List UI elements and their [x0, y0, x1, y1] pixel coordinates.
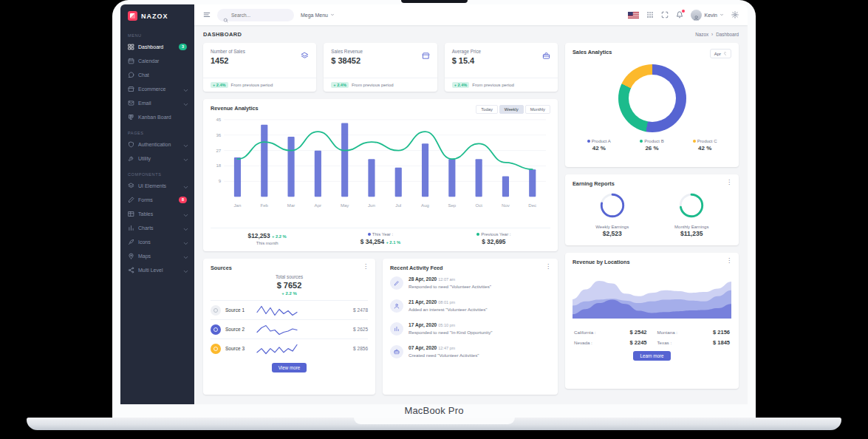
- previous-year-label: Previous Year :: [481, 232, 510, 236]
- chevron-down-icon: [182, 87, 187, 92]
- source-row-2[interactable]: Source 2 $ 2625: [211, 319, 368, 338]
- view-more-button[interactable]: View more: [272, 363, 307, 372]
- activity-item: 28 Apr, 202012:07 am Responded to need "…: [390, 276, 550, 299]
- more-menu-icon[interactable]: ⋮: [363, 264, 369, 270]
- stat-title: Average Price: [452, 49, 550, 54]
- sidebar-item-forms[interactable]: Forms 8: [120, 193, 194, 207]
- sidebar-item-ecommerce[interactable]: Ecommerce: [120, 82, 194, 96]
- earnings-value: $2,523: [573, 230, 652, 237]
- share-icon: [128, 267, 134, 273]
- sidebar-item-label: Dashboard: [138, 44, 163, 50]
- revenue-analytics-chart: 918273645JanFebMarAprMayJunJulAugSepOctN…: [211, 115, 550, 208]
- location-label: California :: [574, 330, 596, 335]
- card-title: Recent Activity Feed: [390, 265, 550, 271]
- period-select[interactable]: Apr: [710, 49, 731, 58]
- sidebar-item-chat[interactable]: Chat: [120, 68, 194, 82]
- topbar: Mega Menu Kevin: [194, 4, 748, 25]
- weekly-earnings: Weekly Earnings $2,523: [573, 191, 652, 237]
- sidebar-item-label: Chat: [138, 72, 149, 78]
- legend-product-c: Product C 42 %: [678, 139, 731, 152]
- sidebar-item-dashboard[interactable]: Dashboard 3: [120, 40, 194, 54]
- card-title: Revenue Analytics: [211, 105, 259, 112]
- hamburger-menu-icon[interactable]: [203, 11, 211, 18]
- camera-notch: [401, 0, 468, 3]
- search-input[interactable]: [231, 13, 288, 18]
- monthly-earnings-radial-chart: [677, 191, 705, 220]
- learn-more-button[interactable]: Learn more: [633, 351, 670, 361]
- sidebar-item-ui-elements[interactable]: UI Elements: [120, 179, 194, 193]
- logo[interactable]: NAZOX: [120, 4, 194, 27]
- sidebar-section-menu: MENU: [120, 27, 194, 40]
- stat-title: Sales Revenue: [331, 49, 429, 54]
- source-name: Source 1: [225, 307, 252, 313]
- sidebar-item-calendar[interactable]: Calendar: [120, 54, 194, 68]
- more-menu-icon[interactable]: ⋮: [726, 258, 732, 264]
- month-value: $12,253: [248, 232, 270, 239]
- sidebar-item-utility[interactable]: Utility: [120, 152, 194, 166]
- source-value: $ 2625: [353, 327, 368, 332]
- sidebar-item-label: Email: [138, 101, 151, 106]
- activity-item: 07 Apr, 202012:47 pm Created need "Volun…: [390, 345, 550, 367]
- source-row-1[interactable]: Source 1 $ 2478: [211, 300, 368, 319]
- svg-text:May: May: [341, 203, 349, 208]
- sales-analytics-donut-chart: [618, 64, 686, 132]
- sidebar-item-authentication[interactable]: Authentication: [120, 137, 194, 152]
- fullscreen-icon[interactable]: [661, 11, 669, 18]
- mega-menu-button[interactable]: Mega Menu: [301, 13, 335, 18]
- stack-icon: [301, 50, 309, 58]
- source-1-sparkline: [256, 304, 298, 316]
- activity-time: 12:47 pm: [438, 346, 455, 350]
- range-today-button[interactable]: Today: [476, 105, 497, 114]
- source-2-sparkline: [256, 324, 298, 336]
- period-select-value: Apr: [714, 52, 721, 56]
- more-menu-icon[interactable]: ⋮: [726, 180, 732, 186]
- user-icon: [693, 13, 700, 19]
- laptop-screen: NAZOX MENU Dashboard 3 Calendar Chat: [112, 0, 756, 418]
- svg-text:Apr: Apr: [315, 203, 321, 208]
- breadcrumb-root[interactable]: Nazox: [695, 32, 708, 37]
- sidebar: NAZOX MENU Dashboard 3 Calendar Chat: [120, 4, 194, 404]
- chevron-down-icon: [330, 13, 335, 17]
- activity-text: Created need "Volunteer Activities": [409, 353, 479, 358]
- revenue-by-locations-card: Revenue by Locations ⋮ California :$ 254…: [565, 253, 739, 389]
- sidebar-item-maps[interactable]: Maps: [120, 249, 194, 263]
- sidebar-item-label: Kanban Board: [138, 115, 171, 120]
- user-name: Kevin: [704, 13, 717, 18]
- stat-card-sales-revenue: Sales Revenue $ 38452 + 2.4% From previo…: [324, 43, 437, 92]
- activity-text: Added an interest "Volunteer Activities": [409, 307, 488, 312]
- notifications-button[interactable]: [676, 11, 683, 18]
- kanban-icon: [128, 114, 134, 120]
- month-caption: This month: [211, 241, 324, 245]
- gear-icon[interactable]: [731, 11, 739, 18]
- apps-grid-icon[interactable]: [646, 11, 654, 18]
- sidebar-item-label: Forms: [138, 197, 153, 203]
- source-value: $ 2478: [353, 307, 368, 313]
- source-row-3[interactable]: Source 3 $ 2856: [211, 338, 368, 358]
- sidebar-item-kanban-board[interactable]: Kanban Board: [120, 110, 194, 124]
- chevron-down-icon: [182, 101, 187, 106]
- location-stats: California :$ 2542 Montana :$ 2156 Nevad…: [573, 329, 731, 346]
- stat-card-number-of-sales: Number of Sales 1452 + 2.4% From previou…: [203, 43, 316, 92]
- sidebar-item-label: UI Elements: [138, 183, 166, 188]
- macbook-mockup: NAZOX MENU Dashboard 3 Calendar Chat: [0, 0, 868, 439]
- avatar: [691, 10, 702, 21]
- device-label: MacBook Pro: [112, 405, 756, 416]
- range-weekly-button[interactable]: Weekly: [499, 105, 524, 114]
- dashboard-badge: 3: [179, 44, 187, 50]
- activity-time: 12:07 am: [438, 277, 455, 282]
- location-label: Montana :: [657, 330, 678, 335]
- svg-text:Sep: Sep: [448, 203, 457, 208]
- sidebar-item-charts[interactable]: Charts: [120, 221, 194, 235]
- sidebar-item-tables[interactable]: Tables: [120, 207, 194, 221]
- activity-date: 17 Apr, 2020: [409, 322, 437, 327]
- this-year-label: This Year :: [372, 232, 393, 236]
- sidebar-item-email[interactable]: Email: [120, 96, 194, 110]
- stat-caption: From previous period: [231, 83, 273, 87]
- language-flag-icon[interactable]: [628, 12, 639, 18]
- range-monthly-button[interactable]: Monthly: [525, 105, 550, 114]
- sidebar-item-icons[interactable]: Icons: [120, 235, 194, 249]
- user-menu[interactable]: Kevin: [691, 10, 724, 21]
- more-menu-icon[interactable]: ⋮: [545, 264, 551, 270]
- search-box[interactable]: [217, 9, 294, 21]
- sidebar-item-multi-level[interactable]: Multi Level: [120, 263, 194, 277]
